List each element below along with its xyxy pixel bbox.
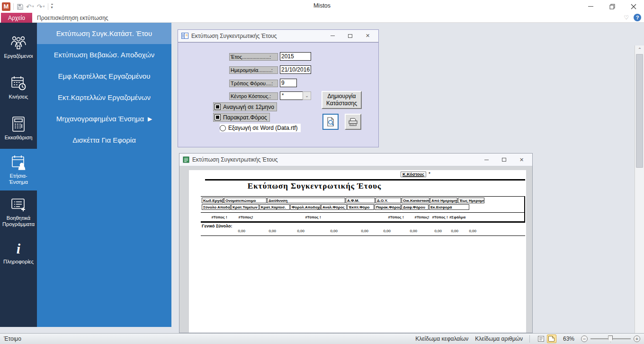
zoom-out-icon[interactable]: − bbox=[581, 335, 588, 342]
quick-access-toolbar: M ↶▾ ↷▾ ▾ bbox=[2, 1, 53, 11]
calculator-icon bbox=[11, 116, 26, 132]
navigation-sidebar: Εργαζόμενοι Κινήσεις Εκκαθάριση bbox=[0, 23, 37, 327]
report-formula-cell: #Τύπος! bbox=[414, 215, 429, 219]
report-close-button[interactable]: ✕ bbox=[513, 154, 530, 166]
report-window-titlebar[interactable]: Εκτύπωση Συγκεντρωτικής Έτους ✕ bbox=[179, 154, 532, 166]
form-icon bbox=[181, 33, 188, 39]
report-total-value: 0,00 bbox=[319, 229, 338, 233]
svg-text:i: i bbox=[17, 241, 21, 256]
withholding-tax-checkbox-label: Παρακρατ.Φόρος bbox=[223, 114, 267, 121]
report-header-row-1: Κωδ.Εργάζ.ΟνοματεπώνυμοΔιεύθυνσηΑ.Φ.Μ.Δ.… bbox=[202, 198, 484, 203]
sidebar-item-employees[interactable]: Εργαζόμενοι bbox=[0, 27, 37, 67]
print-button[interactable] bbox=[345, 114, 361, 130]
scrollbar-thumb[interactable] bbox=[636, 54, 643, 168]
ribbon-options-icon[interactable]: ♡ bbox=[624, 14, 629, 21]
menu-item-diskette-tax-office[interactable]: Δισκέττα Για Εφορία bbox=[37, 129, 171, 151]
zoom-slider-track[interactable] bbox=[590, 335, 631, 342]
cost-center-combo[interactable]: * ⌄ bbox=[280, 91, 311, 100]
export-word-radio-label: Εξαγωγή σε Word (Data.rtf) bbox=[228, 125, 298, 131]
undo-button[interactable]: ↶▾ bbox=[26, 2, 34, 11]
status-bar: Έτοιμο Κλείδωμα κεφαλαίων Κλείδωμα αριθμ… bbox=[0, 333, 644, 344]
report-total-value: 0,00 bbox=[226, 229, 245, 233]
sidebar-item-label: Πληροφορίες bbox=[3, 259, 34, 265]
report-header-cell: Α.Φ.Μ. bbox=[346, 198, 375, 203]
status-ready-text: Έτοιμο bbox=[4, 335, 21, 342]
help-icon[interactable]: ? bbox=[634, 14, 641, 21]
form-window-title: Εκτύπωση Συγκεντρωτικής Έτους bbox=[191, 33, 277, 39]
zoom-in-icon[interactable]: + bbox=[634, 335, 640, 342]
checkbox-icon[interactable] bbox=[215, 104, 221, 110]
minimize-button[interactable] bbox=[580, 0, 601, 13]
redo-button[interactable]: ↷▾ bbox=[37, 2, 45, 11]
sidebar-item-utilities[interactable]: Βοηθητικά Προγράμματα bbox=[0, 190, 37, 234]
restore-button[interactable] bbox=[601, 0, 623, 13]
caps-lock-indicator: Κλείδωμα κεφαλαίων bbox=[415, 335, 468, 342]
menu-item-show-employee-card[interactable]: Εμφ.Καρτέλλας Εργαζομένου bbox=[37, 65, 171, 87]
ribbon-tab-row: Αρχείο Προεπισκόπηση εκτύπωσης ♡ ? bbox=[0, 13, 644, 23]
report-header-cell: Σύνολο Αποδοχών bbox=[202, 204, 231, 210]
report-rule bbox=[205, 179, 525, 181]
annualize-checkbox-row[interactable]: Αναγωγή σε 12μηνο bbox=[213, 102, 277, 111]
radio-icon[interactable] bbox=[220, 125, 226, 131]
title-bar: M ↶▾ ↷▾ ▾ Mistos bbox=[0, 0, 644, 13]
report-formula-cell: #Τύπος ! bbox=[211, 215, 227, 219]
create-report-button[interactable]: Δημιουργία Κατάστασης bbox=[322, 91, 362, 109]
form-restore-button[interactable] bbox=[341, 30, 359, 42]
print-summary-form-window: Εκτύπωση Συγκεντρωτικής Έτους ✕ Έτος....… bbox=[178, 29, 379, 147]
report-formula-cell: #Τύπος ! bbox=[305, 215, 321, 219]
menu-item-print-employee-cards[interactable]: Εκτ.Καρτελλών Εργαζομένων bbox=[37, 87, 171, 108]
report-header-cell: Διεύθυνση bbox=[267, 198, 345, 203]
report-minimize-button[interactable] bbox=[478, 154, 495, 166]
sidebar-item-annual-stamps[interactable]: Ετήσια-Ένσημα bbox=[0, 149, 37, 190]
print-preview-icon bbox=[326, 117, 335, 127]
menu-item-earnings-certificates[interactable]: Εκτύπωση Βεβαιώσ. Αποδοχών bbox=[37, 44, 171, 65]
menu-item-computerized-stamps[interactable]: Μηχανογραφημένα Ένσημα ▶ bbox=[37, 108, 171, 129]
report-total-value: 0,00 bbox=[257, 229, 276, 233]
print-preview-view-button[interactable] bbox=[547, 335, 556, 343]
withholding-tax-checkbox-row[interactable]: Παρακρατ.Φόρος bbox=[213, 113, 270, 122]
cost-center-report-value: * bbox=[429, 172, 430, 177]
people-icon bbox=[10, 35, 27, 51]
year-input[interactable] bbox=[280, 52, 311, 61]
separator bbox=[13, 3, 14, 10]
report-total-value: 0,00 bbox=[286, 229, 304, 233]
cost-center-report-label: Κ.Κόστους bbox=[401, 172, 426, 177]
form-body: Έτος...................: Ημερομηνία.....… bbox=[178, 42, 378, 147]
chevron-down-icon[interactable]: ⌄ bbox=[303, 91, 311, 100]
form-close-button[interactable]: ✕ bbox=[359, 30, 376, 42]
report-rule bbox=[201, 235, 525, 236]
sidebar-item-information[interactable]: i Πληροφορίες bbox=[0, 234, 37, 272]
info-icon: i bbox=[13, 241, 24, 256]
report-restore-button[interactable] bbox=[495, 154, 513, 166]
save-icon[interactable] bbox=[17, 3, 23, 10]
scroll-up-icon[interactable]: ⌃ bbox=[635, 45, 644, 54]
tab-file[interactable]: Αρχείο bbox=[1, 13, 32, 23]
menu-item-label: Δισκέττα Για Εφορία bbox=[72, 136, 136, 144]
tax-method-input[interactable] bbox=[280, 79, 297, 87]
annualize-checkbox-label: Αναγωγή σε 12μηνο bbox=[223, 104, 274, 110]
report-view-button[interactable] bbox=[537, 335, 546, 343]
close-button[interactable] bbox=[623, 0, 644, 13]
vertical-scrollbar[interactable]: ⌃ ⌄ bbox=[635, 45, 644, 344]
sidebar-item-label: Ετήσια-Ένσημα bbox=[0, 173, 36, 185]
report-totals-row: 0,000,000,000,000,000,000,000,000,000,00 bbox=[202, 229, 526, 234]
tab-print-preview[interactable]: Προεπισκόπηση εκτύπωσης bbox=[34, 13, 111, 23]
workspace-canvas: Εκτύπωση Συγκεντρωτικής Έτους ✕ Έτος....… bbox=[171, 23, 635, 333]
report-header-cell: Παρακ.Φόρος bbox=[375, 204, 401, 210]
report-header-cell: Φορολ.Αποδοχές bbox=[290, 204, 321, 210]
checkbox-icon[interactable] bbox=[215, 114, 221, 120]
menu-item-print-summary-year[interactable]: Εκτύπωση Συγκ.Κατάστ. Έτου bbox=[37, 23, 171, 44]
zoom-slider-handle[interactable] bbox=[608, 335, 613, 342]
access-app-icon[interactable]: M bbox=[2, 2, 10, 11]
sidebar-item-movements[interactable]: Κινήσεις bbox=[0, 67, 37, 108]
form-minimize-button[interactable] bbox=[324, 30, 341, 42]
customize-toolbar-icon[interactable]: ▾ bbox=[51, 4, 53, 9]
report-formula-cell: #Σφάλμα bbox=[449, 215, 465, 219]
export-word-radio-row[interactable]: Εξαγωγή σε Word (Data.rtf) bbox=[220, 124, 301, 132]
print-preview-view-icon bbox=[548, 336, 555, 342]
preview-button[interactable] bbox=[322, 114, 339, 130]
date-input[interactable] bbox=[280, 65, 311, 74]
sidebar-item-clearing[interactable]: Εκκαθάριση bbox=[0, 108, 37, 149]
sidebar-item-label: Εκκαθάριση bbox=[5, 135, 33, 141]
form-window-titlebar[interactable]: Εκτύπωση Συγκεντρωτικής Έτους ✕ bbox=[178, 30, 378, 42]
